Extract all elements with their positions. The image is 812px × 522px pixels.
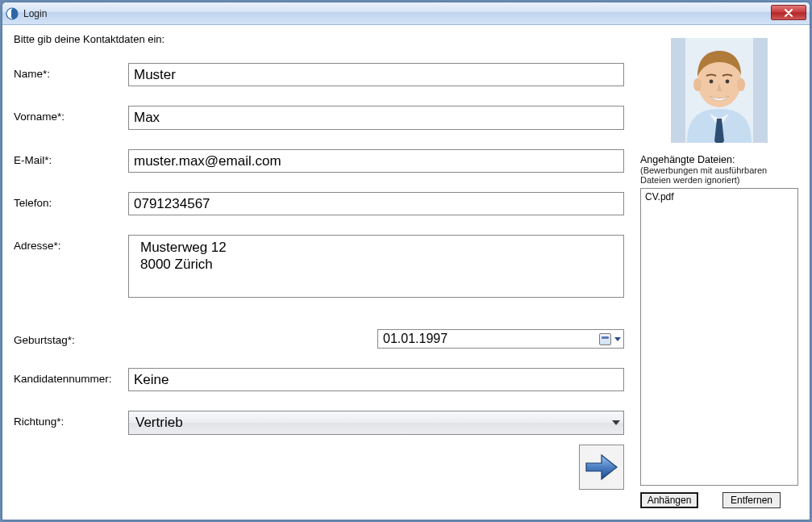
adresse-field[interactable] <box>128 235 624 298</box>
chevron-down-icon <box>612 420 620 425</box>
richtung-value: Vertrieb <box>135 415 612 431</box>
app-icon <box>6 7 19 20</box>
attachments-list[interactable]: CV.pdf <box>640 188 798 486</box>
svg-rect-3 <box>671 38 685 143</box>
window-title: Login <box>23 8 47 19</box>
kandidatennummer-field[interactable] <box>128 368 624 391</box>
login-window: Login Bitte gib deine Kontaktdaten ein: … <box>2 2 810 520</box>
attachments-column: Angehängte Dateien: (Bewerbungen mit aus… <box>640 33 798 508</box>
svg-rect-4 <box>753 38 768 143</box>
label-vorname: Vorname*: <box>14 106 128 123</box>
label-name: Name*: <box>14 63 128 80</box>
file-item[interactable]: CV.pdf <box>644 191 794 203</box>
richtung-select[interactable]: Vertrieb <box>128 411 624 435</box>
svg-point-9 <box>726 80 730 84</box>
client-area: Bitte gib deine Kontaktdaten ein: Name*:… <box>2 25 810 520</box>
vorname-field[interactable] <box>128 106 624 129</box>
arrow-right-icon <box>584 453 619 482</box>
applicant-photo <box>671 38 768 143</box>
titlebar[interactable]: Login <box>2 2 810 25</box>
geburtstag-picker[interactable]: 01.01.1997 <box>377 329 624 349</box>
label-adresse: Adresse*: <box>14 235 128 252</box>
calendar-icon <box>599 333 611 345</box>
label-telefon: Telefon: <box>14 192 128 209</box>
label-email: E-Mail*: <box>14 149 128 166</box>
next-button[interactable] <box>579 445 624 490</box>
form-column: Bitte gib deine Kontaktdaten ein: Name*:… <box>14 33 624 508</box>
chevron-down-icon <box>614 337 621 341</box>
attach-button[interactable]: Anhängen <box>640 492 698 508</box>
email-field[interactable] <box>128 149 624 173</box>
svg-rect-1 <box>11 10 13 18</box>
close-button[interactable] <box>771 5 806 20</box>
label-geburtstag: Geburtstag*: <box>14 329 128 346</box>
label-richtung: Richtung*: <box>14 411 128 428</box>
instruction-text: Bitte gib deine Kontaktdaten ein: <box>14 33 624 45</box>
svg-point-8 <box>710 80 714 84</box>
label-kandidatennummer: Kandidatennummer: <box>14 368 128 385</box>
svg-point-7 <box>737 78 745 91</box>
name-field[interactable] <box>128 63 624 86</box>
attachments-heading: Angehängte Dateien: <box>640 154 798 165</box>
telefon-field[interactable] <box>128 192 624 215</box>
remove-button[interactable]: Entfernen <box>722 492 781 508</box>
geburtstag-value: 01.01.1997 <box>383 332 599 346</box>
attachments-note: (Bewerbungen mit ausführbaren Dateien we… <box>640 165 798 185</box>
svg-point-6 <box>693 78 702 91</box>
